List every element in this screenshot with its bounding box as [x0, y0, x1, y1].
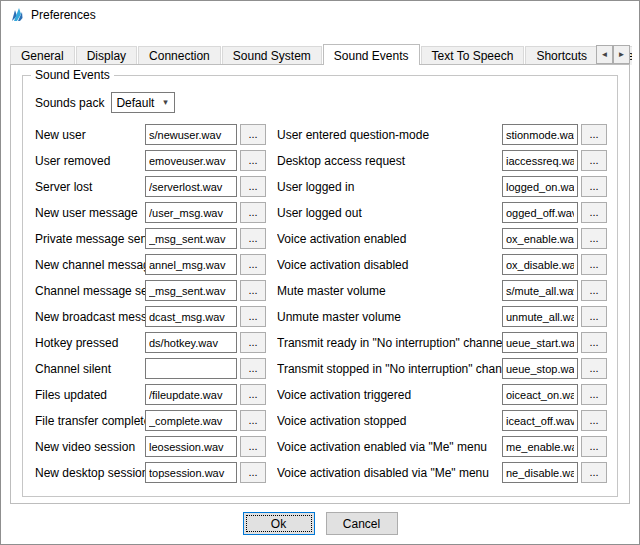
- sound-event-row: File transfer complete...: [35, 410, 269, 431]
- right-column: User entered question-mode...Desktop acc…: [277, 124, 607, 488]
- tab-sound-events[interactable]: Sound Events: [323, 44, 420, 65]
- sound-event-label: Files updated: [35, 388, 145, 402]
- sound-file-input[interactable]: [145, 436, 237, 457]
- browse-button[interactable]: ...: [581, 384, 607, 405]
- sound-file-input[interactable]: [502, 150, 578, 171]
- title-bar: Preferences: [1, 1, 639, 29]
- sound-file-input[interactable]: [502, 176, 578, 197]
- browse-button[interactable]: ...: [581, 124, 607, 145]
- sound-file-input[interactable]: [145, 410, 237, 431]
- browse-button[interactable]: ...: [240, 306, 266, 327]
- sound-file-input[interactable]: [502, 410, 578, 431]
- tab-connection[interactable]: Connection: [138, 46, 221, 65]
- cancel-button[interactable]: Cancel: [326, 512, 398, 535]
- browse-button[interactable]: ...: [240, 358, 266, 379]
- sound-file-input[interactable]: [502, 462, 578, 483]
- browse-button[interactable]: ...: [240, 150, 266, 171]
- sound-file-input[interactable]: [502, 202, 578, 223]
- browse-button[interactable]: ...: [240, 176, 266, 197]
- browse-button[interactable]: ...: [581, 150, 607, 171]
- tab-general[interactable]: General: [10, 46, 75, 65]
- browse-button[interactable]: ...: [581, 202, 607, 223]
- sound-event-row: Unmute master volume...: [277, 306, 607, 327]
- sound-event-label: New user: [35, 128, 145, 142]
- sound-file-input[interactable]: [502, 280, 578, 301]
- browse-button[interactable]: ...: [240, 280, 266, 301]
- ok-button[interactable]: Ok: [243, 512, 315, 535]
- sound-event-label: Voice activation triggered: [277, 388, 502, 402]
- sound-event-row: New video session...: [35, 436, 269, 457]
- browse-button[interactable]: ...: [240, 254, 266, 275]
- browse-button[interactable]: ...: [581, 306, 607, 327]
- sound-file-input[interactable]: [502, 306, 578, 327]
- sound-events-groupbox: Sound Events Sounds pack Default ▾ New u…: [22, 75, 618, 497]
- sound-file-input[interactable]: [145, 176, 237, 197]
- sound-file-input[interactable]: [145, 150, 237, 171]
- sound-file-input[interactable]: [145, 306, 237, 327]
- sound-file-input[interactable]: [502, 228, 578, 249]
- sound-event-row: Channel silent...: [35, 358, 269, 379]
- browse-button[interactable]: ...: [240, 410, 266, 431]
- sound-file-input[interactable]: [145, 254, 237, 275]
- sound-event-row: User removed...: [35, 150, 269, 171]
- sound-event-row: User entered question-mode...: [277, 124, 607, 145]
- sound-file-input[interactable]: [145, 280, 237, 301]
- sound-event-row: User logged out...: [277, 202, 607, 223]
- sound-event-row: Hotkey pressed...: [35, 332, 269, 353]
- sound-event-label: Voice activation enabled via "Me" menu: [277, 440, 502, 454]
- browse-button[interactable]: ...: [581, 436, 607, 457]
- browse-button[interactable]: ...: [240, 124, 266, 145]
- sound-event-row: Private message sent...: [35, 228, 269, 249]
- sounds-pack-row: Sounds pack Default ▾: [35, 92, 607, 113]
- tab-scroll-right-icon[interactable]: ►: [613, 45, 630, 64]
- tab-shortcuts[interactable]: Shortcuts: [525, 46, 598, 65]
- sound-file-input[interactable]: [145, 384, 237, 405]
- sound-event-row: New desktop session...: [35, 462, 269, 483]
- sound-file-input[interactable]: [145, 202, 237, 223]
- browse-button[interactable]: ...: [581, 410, 607, 431]
- browse-button[interactable]: ...: [240, 228, 266, 249]
- sound-file-input[interactable]: [145, 462, 237, 483]
- browse-button[interactable]: ...: [240, 202, 266, 223]
- sound-file-input[interactable]: [502, 124, 578, 145]
- browse-button[interactable]: ...: [581, 176, 607, 197]
- groupbox-title: Sound Events: [31, 68, 114, 82]
- sound-file-input[interactable]: [502, 358, 578, 379]
- event-columns: New user...User removed...Server lost...…: [35, 124, 607, 488]
- sound-event-row: Desktop access request...: [277, 150, 607, 171]
- sound-event-row: Files updated...: [35, 384, 269, 405]
- sounds-pack-select[interactable]: Default ▾: [111, 92, 175, 113]
- browse-button[interactable]: ...: [581, 280, 607, 301]
- sound-file-input[interactable]: [145, 358, 237, 379]
- left-column: New user...User removed...Server lost...…: [35, 124, 269, 488]
- browse-button[interactable]: ...: [240, 332, 266, 353]
- browse-button[interactable]: ...: [581, 358, 607, 379]
- sound-event-label: User removed: [35, 154, 145, 168]
- tab-display[interactable]: Display: [76, 46, 137, 65]
- sound-file-input[interactable]: [145, 228, 237, 249]
- sound-event-row: Voice activation disabled via "Me" menu.…: [277, 462, 607, 483]
- sound-file-input[interactable]: [502, 384, 578, 405]
- browse-button[interactable]: ...: [240, 384, 266, 405]
- tab-text-to-speech[interactable]: Text To Speech: [421, 46, 525, 65]
- sound-file-input[interactable]: [502, 254, 578, 275]
- sound-file-input[interactable]: [502, 436, 578, 457]
- tab-scroll-left-icon[interactable]: ◄: [596, 45, 613, 64]
- sound-file-input[interactable]: [145, 124, 237, 145]
- sound-event-label: Unmute master volume: [277, 310, 502, 324]
- browse-button[interactable]: ...: [581, 462, 607, 483]
- browse-button[interactable]: ...: [581, 228, 607, 249]
- tab-sound-system[interactable]: Sound System: [222, 46, 322, 65]
- sound-event-row: Voice activation enabled...: [277, 228, 607, 249]
- browse-button[interactable]: ...: [240, 462, 266, 483]
- sounds-pack-value: Default: [116, 96, 154, 110]
- browse-button[interactable]: ...: [581, 254, 607, 275]
- sound-event-label: Mute master volume: [277, 284, 502, 298]
- browse-button[interactable]: ...: [240, 436, 266, 457]
- sound-event-label: Voice activation enabled: [277, 232, 502, 246]
- sound-event-row: Server lost...: [35, 176, 269, 197]
- sound-event-label: Channel silent: [35, 362, 145, 376]
- sound-file-input[interactable]: [145, 332, 237, 353]
- browse-button[interactable]: ...: [581, 332, 607, 353]
- sound-file-input[interactable]: [502, 332, 578, 353]
